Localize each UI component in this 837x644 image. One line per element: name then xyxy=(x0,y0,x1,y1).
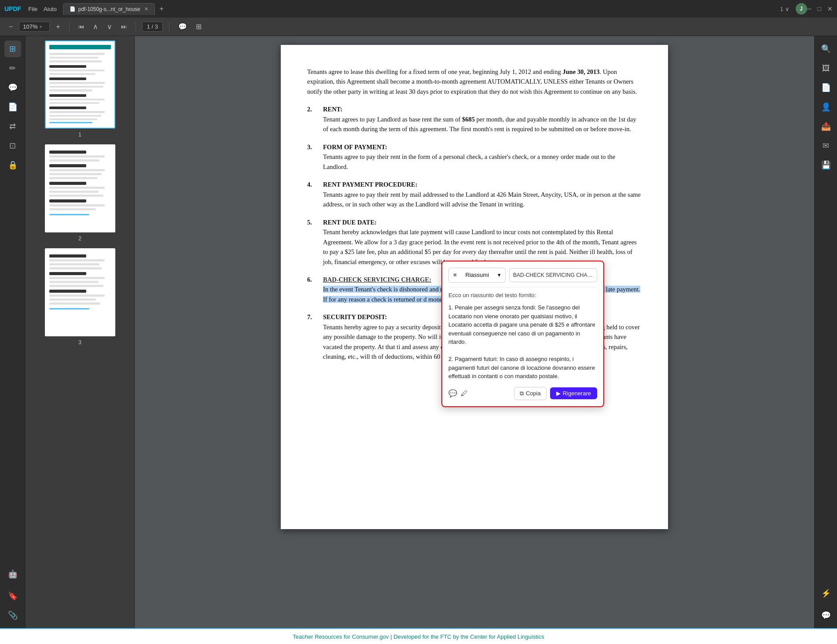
pdf-section-3-body: FORM OF PAYMENT: Tenants agree to pay th… xyxy=(323,142,642,172)
nav-prev-button[interactable]: ∧ xyxy=(90,21,101,33)
right-sidebar-image[interactable]: 🖼 xyxy=(818,60,834,77)
toolbar-separator-1 xyxy=(69,22,70,32)
pdf-rent-amount: $685 xyxy=(462,116,475,123)
thumbnail-page-2[interactable]: 2 xyxy=(30,144,130,242)
window-controls: ─ □ ✕ xyxy=(807,5,833,12)
right-sidebar-upload[interactable]: 📤 xyxy=(818,118,834,135)
ai-summary-point-1: 1. Penale per assegni senza fondi: Se l'… xyxy=(448,303,597,346)
right-sidebar-user[interactable]: 👤 xyxy=(818,99,834,115)
pdf-section-5-body: RENT DUE DATE: Tenant hereby acknowledge… xyxy=(323,217,642,267)
ai-panel-regen-button[interactable]: ▶ Rigenerare xyxy=(550,387,597,399)
pdf-section-4-num: 4. xyxy=(307,180,323,189)
right-sidebar-mail[interactable]: ✉ xyxy=(818,137,834,154)
pdf-section-3: 3. FORM OF PAYMENT: Tenants agree to pay… xyxy=(307,142,642,172)
toolbar-separator-3 xyxy=(169,22,169,32)
ai-panel-list-icon: ≡ xyxy=(453,271,457,280)
sidebar-icon-pages[interactable]: 📄 xyxy=(4,99,21,115)
zoom-level-display[interactable]: 107% ▾ xyxy=(19,22,50,32)
ai-summary-point-2: 2. Pagamenti futuri: In caso di assegno … xyxy=(448,355,597,381)
ai-panel-mode-select[interactable]: ≡ Riassumi ▾ xyxy=(448,268,506,283)
tab-label: pdf-1050g-s...nt_or_house xyxy=(78,6,140,12)
sidebar-icon-organize[interactable]: ⊡ xyxy=(4,137,21,154)
ai-panel-text-select[interactable]: BAD-CHECK SERVICING CHARGE:In the event … xyxy=(509,268,597,283)
ai-panel-summary-label: Ecco un riassunto del testo fornito: xyxy=(448,291,597,300)
thumbnail-page-1-label: 1 xyxy=(78,132,81,138)
pdf-section-2-title: RENT: xyxy=(323,106,342,113)
page-nav[interactable]: 1 ∨ xyxy=(780,6,789,12)
ai-panel-chat-icon-button[interactable]: 💬 xyxy=(448,389,457,397)
ai-panel-divider xyxy=(448,287,597,287)
page-indicator: 1 / 3 xyxy=(142,22,163,32)
pdf-section-7-num: 7. xyxy=(307,312,323,322)
tab-close-icon[interactable]: ✕ xyxy=(144,6,148,12)
ai-panel-edit-icon-button[interactable]: 🖊 xyxy=(461,390,468,397)
thumbnail-page-2-label: 2 xyxy=(78,236,81,242)
pdf-section-5: 5. RENT DUE DATE: Tenant hereby acknowle… xyxy=(307,217,642,267)
pdf-section-2-num: 2. xyxy=(307,104,323,114)
sidebar-icon-attach[interactable]: 📎 xyxy=(4,607,21,624)
ai-panel-footer: 💬 🖊 ⧉ Copia ▶ Rigenerare xyxy=(448,387,597,400)
toolbar: − 107% ▾ + ⏮ ∧ ∨ ⏭ 1 / 3 💬 ⊞ xyxy=(0,18,837,36)
main-content: ⊞ ✏ 💬 📄 ⇄ ⊡ 🔒 🤖 🔖 📎 xyxy=(0,36,837,628)
right-sidebar: 🔍 🖼 📄 👤 📤 ✉ 💾 ⚡ 💬 xyxy=(814,36,837,628)
ai-panel-copy-button[interactable]: ⧉ Copia xyxy=(514,387,547,400)
layout-tool-button[interactable]: ⊞ xyxy=(193,21,204,33)
sidebar-icon-comment[interactable]: 💬 xyxy=(4,79,21,96)
pdf-section-7-title: SECURITY DEPOSIT: xyxy=(323,313,387,320)
menu-file[interactable]: File xyxy=(28,6,37,12)
thumbnail-page-3[interactable]: 3 xyxy=(30,248,130,346)
close-button[interactable]: ✕ xyxy=(827,5,833,12)
pdf-section-5-title: RENT DUE DATE: xyxy=(323,219,377,226)
thumbnail-panel: 1 2 xyxy=(26,36,135,628)
zoom-in-button[interactable]: + xyxy=(53,21,62,33)
sidebar-icon-protect[interactable]: 🔒 xyxy=(4,157,21,173)
ai-panel-mode-label: Riassumi xyxy=(466,271,489,280)
tab-pdf-icon: 📄 xyxy=(70,6,76,12)
sidebar-icon-edit[interactable]: ✏ xyxy=(4,60,21,77)
sidebar-icon-home[interactable]: ⊞ xyxy=(4,40,21,57)
pdf-page: Tenants agree to lease this dwelling for… xyxy=(281,45,668,529)
footer: Teacher Resources for Consumer.gov | Dev… xyxy=(0,628,837,644)
copy-label: Copia xyxy=(526,390,541,397)
right-sidebar-save[interactable]: 💾 xyxy=(818,157,834,173)
ai-panel-dropdowns: ≡ Riassumi ▾ BAD-CHECK SERVICING CHARGE:… xyxy=(448,268,597,283)
user-avatar[interactable]: J xyxy=(796,3,807,15)
right-sidebar-search[interactable]: 🔍 xyxy=(818,40,834,57)
menu-help[interactable]: Aiuto xyxy=(44,6,57,12)
toolbar-separator-2 xyxy=(136,22,136,32)
sidebar-icon-convert[interactable]: ⇄ xyxy=(4,118,21,135)
pdf-section-4-title: RENT PAYMENT PROCEDURE: xyxy=(323,181,418,188)
thumbnail-page-1[interactable]: 1 xyxy=(30,40,130,138)
pdf-section-5-num: 5. xyxy=(307,217,323,227)
active-tab[interactable]: 📄 pdf-1050g-s...nt_or_house ✕ xyxy=(63,3,155,15)
copy-icon: ⧉ xyxy=(520,390,524,397)
sidebar-icon-ai[interactable]: 🤖 xyxy=(4,566,21,582)
ai-panel-selected-text: BAD-CHECK SERVICING CHARGE:In the event … xyxy=(513,272,597,278)
ai-panel: ≡ Riassumi ▾ BAD-CHECK SERVICING CHARGE:… xyxy=(441,261,604,407)
app-logo: UPDF xyxy=(4,5,21,12)
zoom-dropdown-icon: ▾ xyxy=(40,24,42,29)
pdf-section-3-title: FORM OF PAYMENT: xyxy=(323,144,387,151)
ai-panel-header: ≡ Riassumi ▾ BAD-CHECK SERVICING CHARGE:… xyxy=(448,268,597,283)
left-sidebar: ⊞ ✏ 💬 📄 ⇄ ⊡ 🔒 🤖 🔖 📎 xyxy=(0,36,26,628)
nav-next-button[interactable]: ∨ xyxy=(104,21,115,33)
nav-last-button[interactable]: ⏭ xyxy=(118,22,129,32)
thumbnail-page-3-label: 3 xyxy=(78,339,81,346)
sidebar-icon-bookmark[interactable]: 🔖 xyxy=(4,588,21,604)
right-sidebar-chat[interactable]: 💬 xyxy=(818,607,834,624)
pdf-section-6-num: 6. xyxy=(307,275,323,284)
right-sidebar-document[interactable]: 📄 xyxy=(818,79,834,96)
pdf-intro: Tenants agree to lease this dwelling for… xyxy=(307,67,642,96)
ai-panel-dropdown-arrow: ▾ xyxy=(498,271,501,280)
minimize-button[interactable]: ─ xyxy=(807,5,811,12)
maximize-button[interactable]: □ xyxy=(818,5,821,12)
right-sidebar-ai-assist[interactable]: ⚡ xyxy=(818,585,834,602)
pdf-intro-bold: June 30, 2013 xyxy=(562,68,599,75)
pdf-section-3-num: 3. xyxy=(307,142,323,152)
zoom-out-button[interactable]: − xyxy=(6,21,15,33)
add-tab-button[interactable]: + xyxy=(159,5,163,13)
nav-first-button[interactable]: ⏮ xyxy=(76,22,87,32)
pdf-area: Tenants agree to lease this dwelling for… xyxy=(135,36,814,628)
pdf-section-2-body: RENT: Tenant agrees to pay Landlord as b… xyxy=(323,104,642,134)
comment-tool-button[interactable]: 💬 xyxy=(176,21,190,33)
